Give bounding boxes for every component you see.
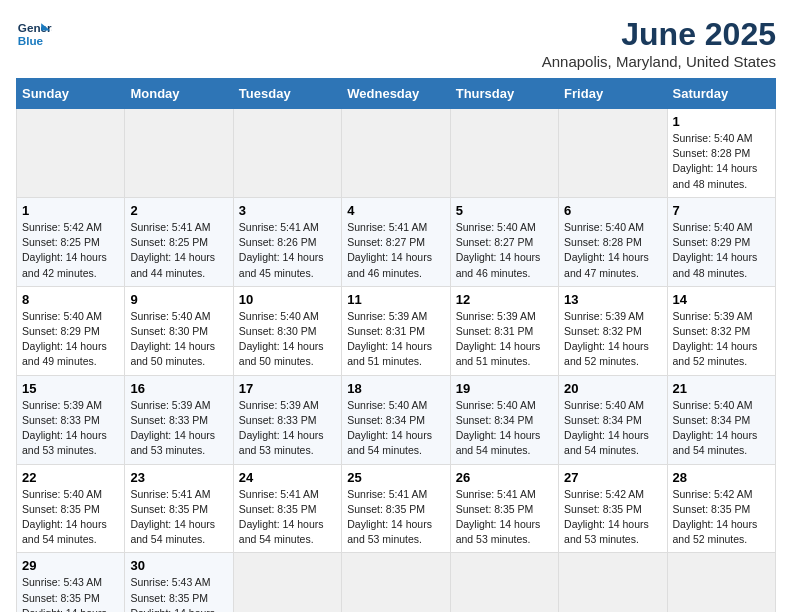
calendar-cell: 16Sunrise: 5:39 AM Sunset: 8:33 PM Dayli… — [125, 375, 233, 464]
calendar-cell: 6Sunrise: 5:40 AM Sunset: 8:28 PM Daylig… — [559, 197, 667, 286]
day-number: 6 — [564, 203, 661, 218]
calendar-cell: 1Sunrise: 5:40 AM Sunset: 8:28 PM Daylig… — [667, 109, 775, 198]
day-number: 28 — [673, 470, 770, 485]
day-number: 11 — [347, 292, 444, 307]
calendar-cell: 10Sunrise: 5:40 AM Sunset: 8:30 PM Dayli… — [233, 286, 341, 375]
calendar-cell: 25Sunrise: 5:41 AM Sunset: 8:35 PM Dayli… — [342, 464, 450, 553]
day-number: 16 — [130, 381, 227, 396]
day-detail: Sunrise: 5:39 AM Sunset: 8:31 PM Dayligh… — [347, 309, 444, 370]
day-detail: Sunrise: 5:40 AM Sunset: 8:29 PM Dayligh… — [673, 220, 770, 281]
calendar-cell: 27Sunrise: 5:42 AM Sunset: 8:35 PM Dayli… — [559, 464, 667, 553]
day-detail: Sunrise: 5:39 AM Sunset: 8:33 PM Dayligh… — [130, 398, 227, 459]
calendar-cell — [450, 553, 558, 612]
calendar-cell — [342, 109, 450, 198]
calendar-cell: 30Sunrise: 5:43 AM Sunset: 8:35 PM Dayli… — [125, 553, 233, 612]
day-detail: Sunrise: 5:41 AM Sunset: 8:26 PM Dayligh… — [239, 220, 336, 281]
calendar-cell — [342, 553, 450, 612]
calendar-week-row: 8Sunrise: 5:40 AM Sunset: 8:29 PM Daylig… — [17, 286, 776, 375]
day-number: 23 — [130, 470, 227, 485]
day-detail: Sunrise: 5:40 AM Sunset: 8:34 PM Dayligh… — [673, 398, 770, 459]
month-title: June 2025 — [542, 16, 776, 53]
calendar-cell: 1Sunrise: 5:42 AM Sunset: 8:25 PM Daylig… — [17, 197, 125, 286]
day-number: 8 — [22, 292, 119, 307]
calendar-cell: 17Sunrise: 5:39 AM Sunset: 8:33 PM Dayli… — [233, 375, 341, 464]
header-friday: Friday — [559, 79, 667, 109]
calendar-cell: 13Sunrise: 5:39 AM Sunset: 8:32 PM Dayli… — [559, 286, 667, 375]
calendar-cell: 15Sunrise: 5:39 AM Sunset: 8:33 PM Dayli… — [17, 375, 125, 464]
day-number: 5 — [456, 203, 553, 218]
calendar-cell: 3Sunrise: 5:41 AM Sunset: 8:26 PM Daylig… — [233, 197, 341, 286]
day-number: 21 — [673, 381, 770, 396]
calendar-table: SundayMondayTuesdayWednesdayThursdayFrid… — [16, 78, 776, 612]
day-detail: Sunrise: 5:40 AM Sunset: 8:30 PM Dayligh… — [239, 309, 336, 370]
day-detail: Sunrise: 5:42 AM Sunset: 8:35 PM Dayligh… — [673, 487, 770, 548]
calendar-cell: 24Sunrise: 5:41 AM Sunset: 8:35 PM Dayli… — [233, 464, 341, 553]
calendar-cell — [559, 109, 667, 198]
day-number: 10 — [239, 292, 336, 307]
day-detail: Sunrise: 5:40 AM Sunset: 8:34 PM Dayligh… — [347, 398, 444, 459]
calendar-cell: 22Sunrise: 5:40 AM Sunset: 8:35 PM Dayli… — [17, 464, 125, 553]
day-number: 15 — [22, 381, 119, 396]
calendar-cell: 26Sunrise: 5:41 AM Sunset: 8:35 PM Dayli… — [450, 464, 558, 553]
day-number: 9 — [130, 292, 227, 307]
day-detail: Sunrise: 5:41 AM Sunset: 8:27 PM Dayligh… — [347, 220, 444, 281]
header-monday: Monday — [125, 79, 233, 109]
calendar-cell — [450, 109, 558, 198]
day-number: 12 — [456, 292, 553, 307]
calendar-cell — [559, 553, 667, 612]
calendar-week-row: 15Sunrise: 5:39 AM Sunset: 8:33 PM Dayli… — [17, 375, 776, 464]
calendar-cell — [125, 109, 233, 198]
day-number: 1 — [22, 203, 119, 218]
day-detail: Sunrise: 5:39 AM Sunset: 8:32 PM Dayligh… — [673, 309, 770, 370]
calendar-cell: 2Sunrise: 5:41 AM Sunset: 8:25 PM Daylig… — [125, 197, 233, 286]
day-detail: Sunrise: 5:43 AM Sunset: 8:35 PM Dayligh… — [130, 575, 227, 612]
header-wednesday: Wednesday — [342, 79, 450, 109]
calendar-cell: 14Sunrise: 5:39 AM Sunset: 8:32 PM Dayli… — [667, 286, 775, 375]
logo-icon: General Blue — [16, 16, 52, 52]
calendar-cell — [233, 109, 341, 198]
calendar-cell: 7Sunrise: 5:40 AM Sunset: 8:29 PM Daylig… — [667, 197, 775, 286]
day-detail: Sunrise: 5:43 AM Sunset: 8:35 PM Dayligh… — [22, 575, 119, 612]
day-number: 25 — [347, 470, 444, 485]
day-detail: Sunrise: 5:42 AM Sunset: 8:25 PM Dayligh… — [22, 220, 119, 281]
day-number: 22 — [22, 470, 119, 485]
day-detail: Sunrise: 5:40 AM Sunset: 8:34 PM Dayligh… — [564, 398, 661, 459]
day-number: 17 — [239, 381, 336, 396]
svg-text:Blue: Blue — [18, 34, 44, 47]
day-number: 1 — [673, 114, 770, 129]
day-number: 4 — [347, 203, 444, 218]
day-detail: Sunrise: 5:40 AM Sunset: 8:28 PM Dayligh… — [564, 220, 661, 281]
day-detail: Sunrise: 5:41 AM Sunset: 8:35 PM Dayligh… — [456, 487, 553, 548]
day-number: 27 — [564, 470, 661, 485]
calendar-week-row: 22Sunrise: 5:40 AM Sunset: 8:35 PM Dayli… — [17, 464, 776, 553]
header-thursday: Thursday — [450, 79, 558, 109]
calendar-cell: 21Sunrise: 5:40 AM Sunset: 8:34 PM Dayli… — [667, 375, 775, 464]
calendar-header-row: SundayMondayTuesdayWednesdayThursdayFrid… — [17, 79, 776, 109]
day-detail: Sunrise: 5:40 AM Sunset: 8:29 PM Dayligh… — [22, 309, 119, 370]
day-number: 26 — [456, 470, 553, 485]
day-number: 19 — [456, 381, 553, 396]
day-detail: Sunrise: 5:40 AM Sunset: 8:35 PM Dayligh… — [22, 487, 119, 548]
logo: General Blue — [16, 16, 52, 52]
calendar-cell: 8Sunrise: 5:40 AM Sunset: 8:29 PM Daylig… — [17, 286, 125, 375]
day-detail: Sunrise: 5:39 AM Sunset: 8:33 PM Dayligh… — [22, 398, 119, 459]
day-detail: Sunrise: 5:41 AM Sunset: 8:35 PM Dayligh… — [239, 487, 336, 548]
day-number: 20 — [564, 381, 661, 396]
day-detail: Sunrise: 5:39 AM Sunset: 8:31 PM Dayligh… — [456, 309, 553, 370]
day-detail: Sunrise: 5:40 AM Sunset: 8:27 PM Dayligh… — [456, 220, 553, 281]
day-detail: Sunrise: 5:41 AM Sunset: 8:25 PM Dayligh… — [130, 220, 227, 281]
calendar-cell: 12Sunrise: 5:39 AM Sunset: 8:31 PM Dayli… — [450, 286, 558, 375]
location-title: Annapolis, Maryland, United States — [542, 53, 776, 70]
calendar-week-row: 1Sunrise: 5:40 AM Sunset: 8:28 PM Daylig… — [17, 109, 776, 198]
calendar-week-row: 1Sunrise: 5:42 AM Sunset: 8:25 PM Daylig… — [17, 197, 776, 286]
calendar-cell: 9Sunrise: 5:40 AM Sunset: 8:30 PM Daylig… — [125, 286, 233, 375]
day-detail: Sunrise: 5:41 AM Sunset: 8:35 PM Dayligh… — [130, 487, 227, 548]
day-number: 7 — [673, 203, 770, 218]
header-saturday: Saturday — [667, 79, 775, 109]
day-number: 2 — [130, 203, 227, 218]
header-tuesday: Tuesday — [233, 79, 341, 109]
page-header: General Blue June 2025 Annapolis, Maryla… — [16, 16, 776, 70]
title-area: June 2025 Annapolis, Maryland, United St… — [542, 16, 776, 70]
calendar-cell: 4Sunrise: 5:41 AM Sunset: 8:27 PM Daylig… — [342, 197, 450, 286]
day-number: 14 — [673, 292, 770, 307]
